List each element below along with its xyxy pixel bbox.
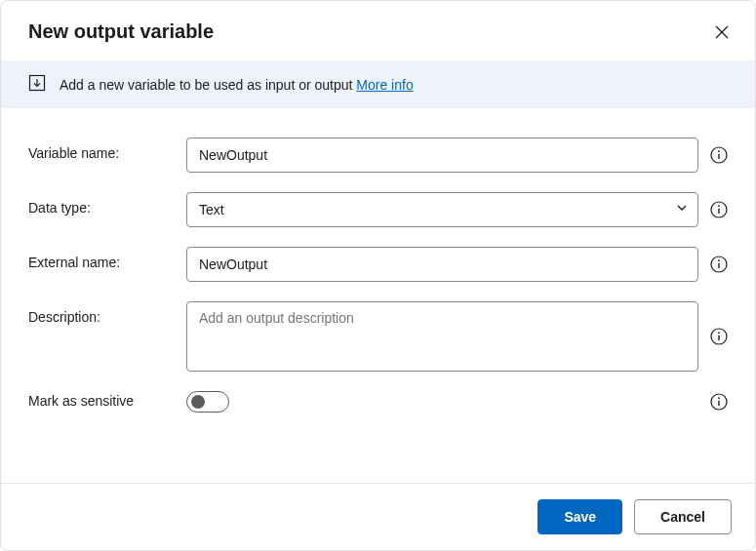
info-banner-text: Add a new variable to be used as input o… xyxy=(60,77,414,93)
svg-point-14 xyxy=(718,332,720,334)
svg-point-5 xyxy=(718,150,720,152)
external-name-row: External name: xyxy=(28,247,728,282)
svg-point-8 xyxy=(718,205,720,207)
data-type-value: Text xyxy=(199,202,224,217)
description-info-button[interactable] xyxy=(710,328,728,345)
data-type-info-button[interactable] xyxy=(710,201,728,218)
description-textarea[interactable] xyxy=(186,301,698,372)
variable-name-info-button[interactable] xyxy=(710,146,728,164)
info-icon xyxy=(710,256,728,273)
new-output-variable-dialog: New output variable Add a new variable t… xyxy=(0,0,756,551)
toggle-knob xyxy=(191,395,205,409)
save-button[interactable]: Save xyxy=(537,499,622,534)
data-type-label: Data type: xyxy=(28,192,186,216)
mark-sensitive-label: Mark as sensitive xyxy=(28,391,186,409)
variable-io-icon xyxy=(28,74,46,95)
banner-message: Add a new variable to be used as input o… xyxy=(60,77,352,93)
external-name-label: External name: xyxy=(28,247,186,270)
description-label: Description: xyxy=(28,301,186,325)
info-icon xyxy=(710,393,728,411)
more-info-link[interactable]: More info xyxy=(356,77,413,93)
svg-point-17 xyxy=(718,397,720,399)
data-type-row: Data type: Text xyxy=(28,192,728,227)
description-row: Description: xyxy=(28,301,728,372)
data-type-select[interactable]: Text xyxy=(186,192,698,227)
close-icon xyxy=(715,25,729,39)
external-name-input[interactable] xyxy=(186,247,698,282)
close-button[interactable] xyxy=(712,22,732,42)
info-icon xyxy=(710,201,728,218)
variable-name-row: Variable name: xyxy=(28,138,728,173)
dialog-header: New output variable xyxy=(1,1,755,60)
cancel-button[interactable]: Cancel xyxy=(634,499,732,534)
dialog-footer: Save Cancel xyxy=(1,483,755,550)
variable-name-input[interactable] xyxy=(186,138,698,173)
mark-sensitive-info-button[interactable] xyxy=(710,393,728,411)
info-icon xyxy=(710,146,728,164)
mark-sensitive-row: Mark as sensitive xyxy=(28,391,728,413)
variable-name-label: Variable name: xyxy=(28,138,186,161)
svg-point-11 xyxy=(718,259,720,261)
form-body: Variable name: Data type: Text xyxy=(1,108,755,483)
info-icon xyxy=(710,328,728,345)
mark-sensitive-toggle[interactable] xyxy=(186,391,229,413)
dialog-title: New output variable xyxy=(28,20,214,43)
info-banner: Add a new variable to be used as input o… xyxy=(1,60,755,108)
external-name-info-button[interactable] xyxy=(710,256,728,273)
